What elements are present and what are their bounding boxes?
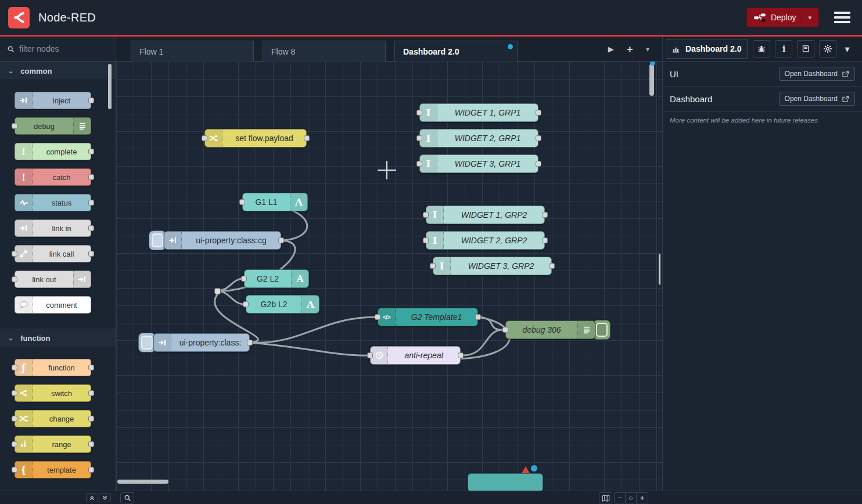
zoom-out-button[interactable]: − [615, 493, 626, 503]
output-port[interactable] [542, 237, 548, 243]
output-port[interactable] [542, 212, 548, 218]
navigator-toggle-button[interactable] [599, 492, 612, 503]
input-port[interactable] [416, 110, 422, 116]
tab-list-button[interactable]: ▾ [646, 45, 649, 53]
output-port[interactable] [278, 237, 284, 243]
node-widget-3-grp2[interactable]: IWIDGET 3, GRP2 [433, 257, 552, 275]
input-port[interactable] [430, 263, 436, 269]
input-port[interactable] [367, 352, 373, 358]
palette-scrollbar[interactable] [108, 64, 112, 109]
output-port[interactable] [549, 263, 555, 269]
zoom-reset-button[interactable]: ○ [626, 493, 637, 503]
sidebar-tool-gear-button[interactable] [819, 40, 836, 57]
open-dashboard-button[interactable]: Open Dashboard [779, 92, 855, 106]
deploy-button[interactable]: Deploy ▾ [746, 8, 819, 27]
main-menu-button[interactable] [834, 12, 850, 23]
tab-flow-1[interactable]: Flow 1 [131, 41, 254, 62]
node-g2-template1[interactable]: </>G2 Template1 [378, 308, 478, 326]
node-widget-2-grp2[interactable]: IWIDGET 2, GRP2 [426, 231, 545, 250]
node-anti-repeat[interactable]: anti-repeat [370, 346, 461, 365]
palette-node-template[interactable]: {template [15, 461, 91, 478]
node-g2-l2[interactable]: G2 L2A [244, 269, 309, 288]
input-port[interactable] [241, 276, 247, 282]
palette-expand-all-button[interactable] [99, 493, 111, 502]
palette-node-link-out[interactable]: link out [15, 271, 91, 288]
node-label: ui-property:class: [171, 334, 249, 351]
filter-nodes-input[interactable] [19, 44, 100, 53]
palette-node-label: range [33, 436, 91, 452]
palette-category-common[interactable]: ⌄common [0, 62, 116, 80]
input-port[interactable] [423, 237, 429, 243]
sidebar-tab-dashboard[interactable]: Dashboard 2.0 [666, 39, 748, 59]
output-port[interactable] [475, 314, 481, 320]
input-port[interactable] [375, 314, 380, 320]
output-port[interactable] [247, 340, 253, 345]
input-port[interactable] [239, 199, 245, 205]
node-widget-1-grp1[interactable]: IWIDGET 1, GRP1 [419, 103, 538, 122]
palette-node-inject[interactable]: inject [15, 92, 91, 109]
node-label: G2 Template1 [396, 308, 477, 326]
node-widget-1-grp2[interactable]: IWIDGET 1, GRP2 [426, 206, 545, 224]
sidebar-tool-chevron-down-button[interactable]: ▾ [841, 40, 853, 57]
node-widget-2-grp1[interactable]: IWIDGET 2, GRP1 [419, 129, 538, 147]
output-port[interactable] [536, 110, 541, 116]
palette-node-link-in[interactable]: link in [15, 219, 91, 237]
wire-junction[interactable] [214, 288, 221, 294]
input-port[interactable] [416, 161, 422, 167]
header: Node-RED Deploy ▾ [0, 0, 862, 35]
canvas-hscrollbar[interactable] [117, 480, 168, 484]
node-ui-property-class-cg[interactable]: ui-property:class:cg [164, 231, 281, 250]
chevron-down-icon[interactable]: ▾ [808, 14, 811, 21]
search-icon [7, 45, 15, 53]
palette-node-comment[interactable]: comment [15, 296, 91, 314]
input-port[interactable] [423, 212, 429, 218]
tab-flow-8[interactable]: Flow 8 [263, 41, 386, 62]
palette-node-switch[interactable]: switch [15, 384, 91, 402]
node-icon-cell [154, 334, 171, 351]
palette-node-debug[interactable]: debug [15, 117, 91, 135]
palette-collapse-all-button[interactable] [86, 493, 98, 502]
node-widget-3-grp1[interactable]: IWIDGET 3, GRP1 [419, 154, 538, 173]
node-ui-property-class[interactable]: ui-property:class: [153, 333, 250, 352]
palette-node-complete[interactable]: !complete [15, 143, 91, 160]
output-port[interactable] [458, 352, 464, 358]
sidebar-tool-info-button[interactable]: i [775, 40, 792, 57]
open-dashboard-button[interactable]: Open Dashboard [779, 67, 855, 81]
node-debug-306[interactable]: debug 306 [505, 321, 595, 339]
node-set-flow-payload[interactable]: set flow.payload [204, 129, 307, 147]
flow-canvas[interactable]: set flow.payloadIWIDGET 1, GRP1IWIDGET 2… [116, 62, 662, 491]
debug-toggle-button[interactable] [593, 320, 610, 340]
palette-category-function[interactable]: ⌄function [0, 329, 116, 347]
input-port[interactable] [202, 135, 207, 141]
canvas-search-button[interactable] [120, 492, 134, 503]
node-clipped-node[interactable] [468, 473, 543, 491]
input-port[interactable] [243, 301, 249, 307]
input-port [12, 365, 17, 370]
switch-icon [19, 388, 28, 398]
palette-search[interactable] [0, 37, 116, 62]
sidebar-tool-book-button[interactable] [797, 40, 814, 57]
add-flow-button[interactable]: + [627, 43, 633, 56]
sidebar-tool-bug-button[interactable] [753, 40, 770, 57]
node-g2b-l2[interactable]: G2b L2A [246, 295, 319, 314]
output-port[interactable] [536, 135, 541, 141]
map-icon [602, 494, 610, 502]
zoom-in-button[interactable]: + [637, 493, 648, 503]
palette-node-catch[interactable]: !catch [15, 168, 91, 186]
palette-node-function[interactable]: ƒfunction [15, 359, 91, 376]
bar-chart-icon [672, 44, 681, 53]
clock-icon [375, 351, 384, 360]
palette-node-link-call[interactable]: link call [15, 245, 91, 262]
input-port[interactable] [502, 327, 508, 333]
palette-node-range[interactable]: range [15, 435, 91, 453]
sidebar-resize-handle[interactable] [659, 254, 660, 285]
tab-dashboard-2-0[interactable]: Dashboard 2.0 [394, 41, 518, 62]
tab-scroll-right-button[interactable]: ▶ [608, 45, 614, 53]
node-g1-l1[interactable]: G1 L1A [242, 193, 308, 211]
output-port[interactable] [536, 161, 541, 167]
canvas-vscrollbar[interactable] [649, 64, 654, 96]
palette-node-status[interactable]: status [15, 194, 91, 211]
input-port[interactable] [416, 135, 422, 141]
palette-node-change[interactable]: change [15, 410, 91, 427]
output-port[interactable] [304, 135, 310, 141]
